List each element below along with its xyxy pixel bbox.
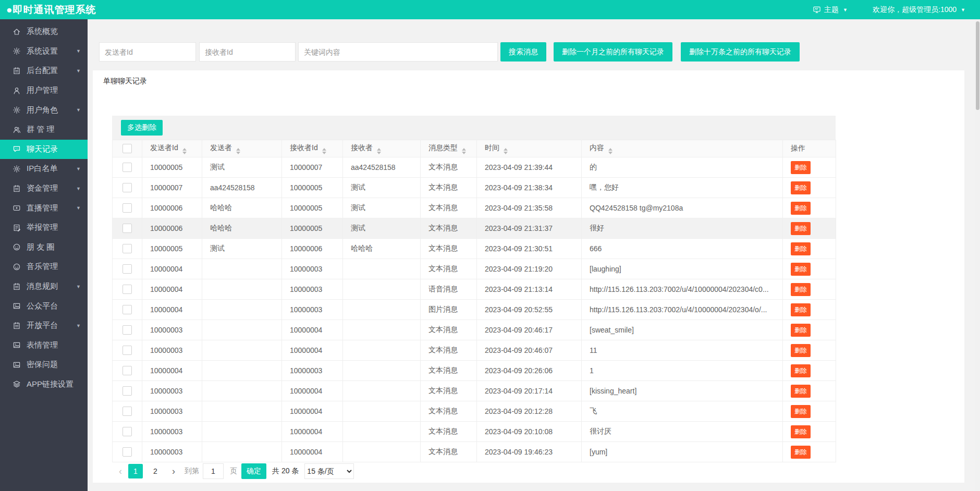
delete-row-button[interactable]: 删除 xyxy=(791,263,811,276)
cell-sender-id: 10000003 xyxy=(142,320,202,340)
delete-row-button[interactable]: 删除 xyxy=(791,181,811,194)
sender-id-input[interactable] xyxy=(99,42,196,62)
welcome-text: 欢迎你，超级管理员:1000 xyxy=(873,5,957,15)
column-header[interactable]: 消息类型 xyxy=(421,140,477,157)
delete-row-button[interactable]: 删除 xyxy=(791,161,811,174)
row-checkbox[interactable] xyxy=(123,447,132,457)
sort-icon[interactable] xyxy=(608,148,612,154)
delete-row-button[interactable]: 删除 xyxy=(791,364,811,377)
column-header[interactable]: 接收者 xyxy=(343,140,421,157)
row-checkbox[interactable] xyxy=(123,264,132,274)
receiver-id-input[interactable] xyxy=(199,42,296,62)
sidebar-item-1[interactable]: 系统概览 xyxy=(0,22,88,42)
page-number-1[interactable]: 1 xyxy=(128,464,143,478)
sidebar-item-label: 直播管理 xyxy=(27,203,58,213)
cell-sender: 哈哈哈 xyxy=(202,218,282,239)
sort-icon[interactable] xyxy=(322,148,326,154)
row-checkbox[interactable] xyxy=(123,427,132,436)
column-header[interactable]: 接收者Id xyxy=(282,140,343,157)
vertical-scrollbar[interactable] xyxy=(975,19,980,491)
column-header[interactable]: 发送者Id xyxy=(142,140,202,157)
row-checkbox[interactable] xyxy=(123,305,132,314)
delete-row-button[interactable]: 删除 xyxy=(791,385,811,398)
delete-row-button[interactable]: 删除 xyxy=(791,242,811,255)
cell-time: 2023-04-09 20:12:28 xyxy=(477,401,582,422)
top-bar: ●即时通讯管理系统 主题 ▼ 欢迎你，超级管理员:1000 ▼ xyxy=(0,0,980,19)
row-checkbox[interactable] xyxy=(123,346,132,355)
sidebar-item-9[interactable]: 资金管理▼ xyxy=(0,179,88,199)
row-checkbox[interactable] xyxy=(123,224,132,233)
sort-icon[interactable] xyxy=(182,148,187,154)
cell-sender xyxy=(202,340,282,361)
row-checkbox[interactable] xyxy=(123,386,132,396)
column-header-label: 发送者 xyxy=(210,143,232,152)
column-header[interactable]: 发送者 xyxy=(202,140,282,157)
sidebar-item-label: 公众平台 xyxy=(27,301,58,311)
sort-icon[interactable] xyxy=(462,148,466,154)
sidebar-item-8[interactable]: IP白名单▼ xyxy=(0,159,88,179)
sidebar-item-11[interactable]: 举报管理 xyxy=(0,218,88,238)
row-checkbox[interactable] xyxy=(123,285,132,294)
sidebar-item-10[interactable]: 直播管理▼ xyxy=(0,198,88,218)
keyword-input[interactable] xyxy=(298,42,498,62)
delete-row-button[interactable]: 删除 xyxy=(791,344,811,357)
sort-icon[interactable] xyxy=(236,148,240,154)
goto-page-input[interactable] xyxy=(203,463,224,479)
sidebar-item-18[interactable]: 密保问题 xyxy=(0,355,88,375)
sidebar-item-4[interactable]: 用户管理 xyxy=(0,81,88,101)
delete-row-button[interactable]: 删除 xyxy=(791,405,811,418)
prev-page-icon[interactable]: ‹ xyxy=(119,466,122,477)
sidebar-item-5[interactable]: 用户角色▼ xyxy=(0,100,88,120)
sidebar-item-15[interactable]: 公众平台 xyxy=(0,296,88,316)
scrollbar-thumb[interactable] xyxy=(976,21,979,110)
row-checkbox[interactable] xyxy=(123,407,132,416)
column-header[interactable]: 内容 xyxy=(582,140,783,157)
sidebar-item-17[interactable]: 表情管理 xyxy=(0,336,88,355)
table-header-row: 发送者Id发送者接收者Id接收者消息类型时间内容操作 xyxy=(113,140,836,157)
delete-row-button[interactable]: 删除 xyxy=(791,303,811,316)
page-number-2[interactable]: 2 xyxy=(148,464,163,478)
select-all-checkbox[interactable] xyxy=(123,144,132,153)
cell-receiver xyxy=(343,279,421,300)
cell-sender xyxy=(202,279,282,300)
delete-row-button[interactable]: 删除 xyxy=(791,222,811,235)
user-menu[interactable]: 欢迎你，超级管理员:1000 ▼ xyxy=(873,5,965,15)
cell-sender-id: 10000003 xyxy=(142,422,202,442)
cell-receiver-id: 10000003 xyxy=(282,361,343,381)
delete-row-button[interactable]: 删除 xyxy=(791,446,811,459)
page-size-select[interactable]: 15 条/页 xyxy=(304,463,354,479)
delete-row-button[interactable]: 删除 xyxy=(791,283,811,296)
row-checkbox[interactable] xyxy=(123,203,132,213)
column-header[interactable]: 时间 xyxy=(477,140,582,157)
delete-row-button[interactable]: 删除 xyxy=(791,202,811,215)
cell-time: 2023-04-09 21:38:34 xyxy=(477,178,582,198)
sidebar-item-13[interactable]: 音乐管理 xyxy=(0,257,88,277)
delete-100k-old-button[interactable]: 删除十万条之前的所有聊天记录 xyxy=(681,42,800,62)
sidebar-item-14[interactable]: 消息规则▼ xyxy=(0,277,88,297)
table-row: 1000000410000003图片消息2023-04-09 20:52:55h… xyxy=(113,300,836,320)
sidebar-item-12[interactable]: 朋 友 圈 xyxy=(0,238,88,257)
search-message-button[interactable]: 搜索消息 xyxy=(500,42,546,62)
sidebar-item-3[interactable]: 后台配置▼ xyxy=(0,61,88,81)
row-checkbox[interactable] xyxy=(123,366,132,375)
sidebar-item-7[interactable]: 聊天记录 xyxy=(0,140,88,159)
next-page-icon[interactable]: › xyxy=(172,466,175,477)
sidebar-item-19[interactable]: APP链接设置 xyxy=(0,375,88,395)
total-count-label: 共 20 条 xyxy=(272,467,299,476)
cell-type: 文本消息 xyxy=(421,239,477,259)
sidebar-item-2[interactable]: 系统设置▼ xyxy=(0,42,88,62)
row-checkbox[interactable] xyxy=(123,163,132,172)
sidebar-item-16[interactable]: 开放平台▼ xyxy=(0,316,88,336)
multi-delete-button[interactable]: 多选删除 xyxy=(121,120,163,136)
delete-month-old-button[interactable]: 删除一个月之前的所有聊天记录 xyxy=(554,42,672,62)
row-checkbox[interactable] xyxy=(123,325,132,335)
theme-menu[interactable]: 主题 ▼ xyxy=(813,5,848,15)
sort-icon[interactable] xyxy=(377,148,381,154)
row-checkbox[interactable] xyxy=(123,183,132,192)
sidebar-item-6[interactable]: 群 管 理 xyxy=(0,120,88,140)
row-checkbox[interactable] xyxy=(123,244,132,253)
delete-row-button[interactable]: 删除 xyxy=(791,425,811,438)
sort-icon[interactable] xyxy=(504,148,508,154)
goto-confirm-button[interactable]: 确定 xyxy=(241,463,266,479)
delete-row-button[interactable]: 删除 xyxy=(791,324,811,337)
